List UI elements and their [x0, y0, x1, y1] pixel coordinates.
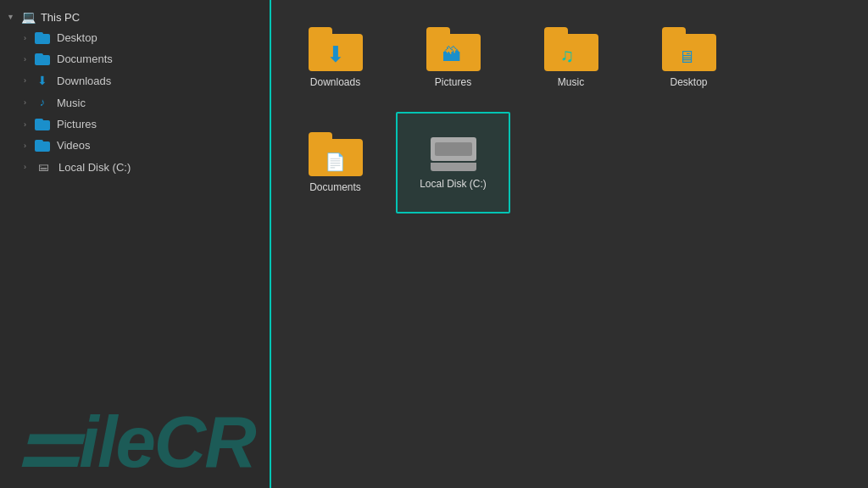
grid-item-label: Music [558, 76, 584, 88]
grid-item-label: Pictures [435, 76, 471, 88]
grid-item-music[interactable]: ♫ Music [514, 7, 628, 108]
chevron-icon: › [24, 120, 26, 129]
folder-body: 📄 [309, 139, 363, 176]
grid-item-pictures[interactable]: 🏔 Pictures [396, 7, 510, 108]
folder-icon [35, 140, 50, 152]
folder-icon [35, 53, 50, 65]
grid-item-label: Local Disk (C:) [420, 178, 487, 190]
sidebar-item-desktop[interactable]: › Desktop [0, 27, 270, 48]
drive-body-inner [435, 142, 472, 156]
chevron-icon: › [24, 76, 26, 85]
drive-body [431, 137, 476, 161]
grid-item-label: Downloads [310, 76, 360, 88]
sidebar-item-music[interactable]: › ♪ Music [0, 92, 270, 114]
grid-item-label: Desktop [670, 76, 707, 88]
desktop-overlay-icon: 🖥 [678, 47, 700, 67]
pictures-overlay-icon: 🏔 [442, 44, 465, 66]
grid-item-documents[interactable]: 📄 Documents [278, 112, 392, 214]
sidebar-item-videos[interactable]: › Videos [0, 135, 270, 156]
sidebar-item-local-disk[interactable]: › 🖴 Local Disk (C:) [0, 156, 270, 178]
folder-body: 🏔 [426, 34, 481, 71]
folder-icon-desktop: 🖥 [662, 27, 716, 71]
sidebar-item-label: Music [57, 97, 86, 109]
grid-item-downloads[interactable]: ⬇ Downloads [278, 7, 392, 108]
grid-item-desktop[interactable]: 🖥 Desktop [632, 7, 746, 108]
grid-item-label: Documents [309, 181, 361, 193]
download-overlay-icon: ⬇ [326, 42, 345, 68]
sidebar: ▼ 💻 This PC › Desktop › Documents › ⬇ Do… [0, 0, 271, 488]
folder-icon-downloads: ⬇ [309, 27, 363, 71]
sidebar-item-label: Videos [57, 139, 91, 152]
chevron-icon: › [24, 34, 26, 42]
sidebar-item-label: Documents [57, 53, 113, 65]
sidebar-item-label: Local Disk (C:) [58, 161, 131, 174]
folder-icon-documents: 📄 [309, 132, 363, 176]
folder-icon-music: ♫ [544, 27, 598, 71]
folder-icon [35, 119, 50, 130]
sidebar-item-label: Pictures [57, 118, 97, 130]
music-icon: ♪ [35, 96, 50, 109]
this-pc-icon: 💻 [21, 10, 36, 24]
items-grid: ⬇ Downloads 🏔 Pictures [278, 7, 861, 214]
file-explorer: ▼ 💻 This PC › Desktop › Documents › ⬇ Do… [0, 0, 868, 488]
sidebar-root-label: This PC [41, 11, 80, 24]
drive-icon: 🖴 [35, 160, 52, 174]
sidebar-item-label: Desktop [57, 31, 97, 44]
folder-body: ⬇ [309, 34, 363, 71]
folder-body: ♫ [544, 34, 598, 71]
folder-icon-pictures: 🏔 [426, 27, 481, 71]
music-overlay-icon: ♫ [560, 45, 582, 67]
folder-body: 🖥 [662, 34, 716, 71]
drive-base [431, 163, 476, 171]
chevron-icon: ▼ [7, 13, 14, 21]
folder-icon [35, 32, 50, 44]
documents-overlay-icon: 📄 [325, 152, 347, 172]
chevron-icon: › [24, 55, 26, 64]
chevron-icon: › [24, 98, 26, 107]
grid-item-local-disk[interactable]: Local Disk (C:) [396, 112, 510, 214]
download-icon: ⬇ [35, 74, 50, 87]
sidebar-item-pictures[interactable]: › Pictures [0, 114, 270, 135]
main-content: ⬇ Downloads 🏔 Pictures [271, 0, 868, 488]
drive-icon-large [428, 136, 479, 173]
sidebar-root-this-pc[interactable]: ▼ 💻 This PC [0, 7, 270, 27]
sidebar-item-label: Downloads [57, 75, 111, 87]
sidebar-item-documents[interactable]: › Documents [0, 48, 270, 69]
chevron-icon: › [24, 163, 26, 171]
sidebar-item-downloads[interactable]: › ⬇ Downloads [0, 69, 270, 92]
chevron-icon: › [24, 141, 26, 150]
